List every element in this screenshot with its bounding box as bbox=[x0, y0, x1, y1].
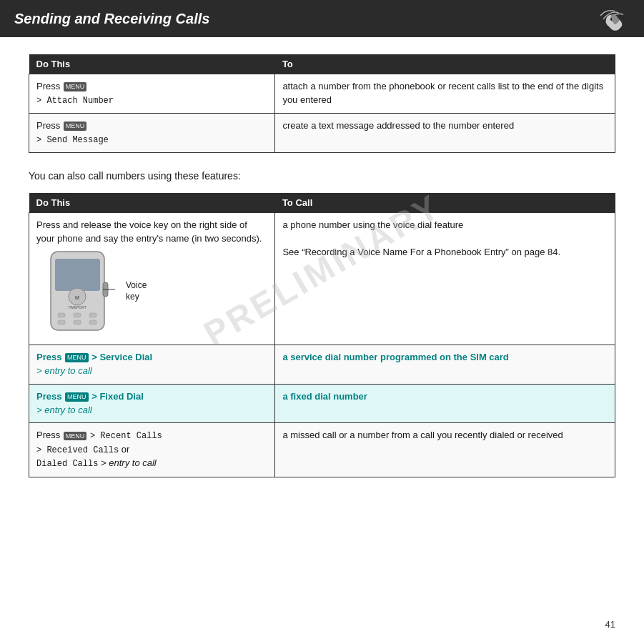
table-row: Press MENU > Fixed Dial > entry to call … bbox=[29, 384, 615, 423]
header-title: Sending and Receiving Calls bbox=[14, 11, 209, 27]
first-table-row2-to: create a text message addressed to the n… bbox=[275, 114, 615, 153]
voice-row-text: Press and release the voice key on the r… bbox=[36, 219, 262, 244]
send-message-code: > Send Message bbox=[36, 135, 109, 145]
section-text: You can also call numbers using these fe… bbox=[29, 170, 615, 182]
fixed-dial-entry: > entry to call bbox=[36, 405, 92, 415]
page-number: 41 bbox=[605, 619, 615, 630]
table-row: Press MENU > Recent Calls > Received Cal… bbox=[29, 423, 615, 477]
voice-row-to: a phone number using the voice dial feat… bbox=[275, 213, 615, 345]
phone-image: M TIMEPORT bbox=[36, 250, 119, 335]
svg-text:TIMEPORT: TIMEPORT bbox=[68, 305, 86, 309]
second-table-col2-header: To Call bbox=[275, 193, 615, 213]
phone-diagram: M TIMEPORT bbox=[36, 250, 267, 339]
table-row: Press and release the voice key on the r… bbox=[29, 213, 615, 345]
page-header: Sending and Receiving Calls bbox=[0, 0, 644, 37]
press-label-recent: Press bbox=[36, 430, 63, 440]
fixed-dial-to: a fixed dial number bbox=[275, 384, 615, 423]
service-dial-to: a service dial number programmed on the … bbox=[275, 345, 615, 385]
table-row: Press MENU > Attach Number attach a numb… bbox=[29, 74, 615, 114]
dialed-calls-code: Dialed Calls bbox=[36, 459, 98, 469]
phone-icon bbox=[594, 4, 630, 33]
voice-to-line2: See “Recording a Voice Name For a Phoneb… bbox=[282, 247, 560, 257]
svg-rect-6 bbox=[74, 313, 81, 317]
svg-text:M: M bbox=[75, 295, 79, 300]
service-dial-label: > Service Dial bbox=[91, 352, 152, 362]
menu-icon: MENU bbox=[64, 122, 87, 131]
table-row: Press MENU > Service Dial > entry to cal… bbox=[29, 345, 615, 385]
fixed-dial-to-text: a fixed dial number bbox=[282, 391, 367, 402]
phone-svg: M TIMEPORT bbox=[36, 250, 119, 339]
svg-rect-5 bbox=[58, 313, 65, 317]
first-table-col1-header: Do This bbox=[29, 54, 275, 74]
press-label: Press bbox=[36, 81, 63, 91]
table-row: Press MENU > Send Message create a text … bbox=[29, 114, 615, 153]
fixed-dial-do: Press MENU > Fixed Dial > entry to call bbox=[29, 384, 275, 423]
service-dial-to-text: a service dial number programmed on the … bbox=[282, 352, 508, 362]
menu-icon-recent: MENU bbox=[64, 432, 87, 441]
received-calls-code: > Received Calls bbox=[36, 445, 119, 455]
press-label: Press bbox=[36, 120, 63, 131]
main-content: PRELIMINARY Do This To Press MENU > Atta… bbox=[0, 37, 644, 523]
or-label: or bbox=[119, 444, 129, 455]
second-table-col1-header: Do This bbox=[29, 193, 275, 213]
service-dial-entry: > entry to call bbox=[36, 365, 92, 376]
voice-key-label-area: Voicekey bbox=[126, 250, 147, 302]
press-label-service: Press bbox=[36, 352, 64, 362]
service-dial-do: Press MENU > Service Dial > entry to cal… bbox=[29, 345, 275, 385]
menu-icon-fixed: MENU bbox=[65, 392, 89, 402]
first-table-row1-to: attach a number from the phonebook or re… bbox=[275, 74, 615, 114]
menu-icon: MENU bbox=[64, 82, 87, 91]
attach-number-code: > Attach Number bbox=[36, 96, 114, 106]
recent-calls-code: > Recent Calls bbox=[90, 431, 162, 441]
voice-key-label: Voicekey bbox=[126, 280, 147, 302]
first-table-row2-do: Press MENU > Send Message bbox=[29, 114, 275, 153]
recent-entry-italic: > entry to call bbox=[101, 457, 157, 468]
menu-icon-service: MENU bbox=[65, 353, 89, 362]
svg-rect-7 bbox=[89, 313, 96, 317]
voice-to-line1: a phone number using the voice dial feat… bbox=[282, 219, 463, 230]
svg-rect-1 bbox=[55, 259, 100, 291]
recent-calls-do: Press MENU > Recent Calls > Received Cal… bbox=[29, 423, 275, 477]
svg-rect-9 bbox=[74, 320, 81, 325]
press-label-fixed: Press bbox=[36, 391, 64, 402]
voice-row-do: Press and release the voice key on the r… bbox=[29, 213, 275, 345]
first-table: Do This To Press MENU > Attach Number at… bbox=[29, 54, 615, 153]
first-table-row1-do: Press MENU > Attach Number bbox=[29, 74, 275, 114]
second-table: Do This To Call Press and release the vo… bbox=[29, 193, 615, 477]
fixed-dial-label: > Fixed Dial bbox=[91, 391, 144, 402]
svg-rect-10 bbox=[89, 320, 96, 325]
svg-rect-8 bbox=[58, 320, 65, 325]
first-table-col2-header: To bbox=[275, 54, 615, 74]
recent-calls-to: a missed call or a number from a call yo… bbox=[275, 423, 615, 477]
